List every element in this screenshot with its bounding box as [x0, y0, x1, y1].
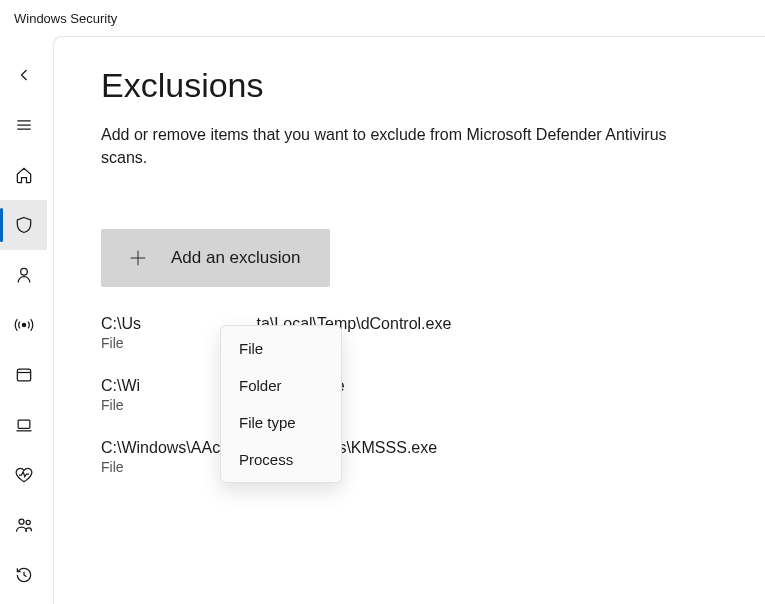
dropdown-item-file[interactable]: File [221, 330, 341, 367]
exclusion-item[interactable]: C:\Wi ols\AAct.exe File [101, 377, 725, 413]
window-icon [14, 365, 34, 385]
menu-icon [14, 115, 34, 135]
dropdown-item-folder[interactable]: Folder [221, 367, 341, 404]
exclusion-type: File [101, 335, 725, 351]
title-bar: Windows Security [0, 0, 765, 36]
exclusion-item[interactable]: C:\Windows\AAct_Tools\AAct_files\KMSSS.e… [101, 439, 725, 475]
sidebar-item-app-browser[interactable] [0, 350, 47, 400]
laptop-icon [14, 415, 34, 435]
exclusion-type-dropdown: File Folder File type Process [220, 325, 342, 483]
sidebar-item-family-options[interactable] [0, 500, 47, 550]
svg-rect-3 [18, 420, 30, 428]
exclusion-path: C:\Us ta\Local\Temp\dControl.exe [101, 315, 725, 333]
people-icon [14, 515, 34, 535]
page-title: Exclusions [101, 66, 725, 105]
history-icon [14, 565, 34, 585]
exclusion-item[interactable]: C:\Us ta\Local\Temp\dControl.exe File [101, 315, 725, 351]
exclusion-type: File [101, 459, 725, 475]
arrow-left-icon [14, 65, 34, 85]
sidebar [0, 36, 47, 604]
person-icon [14, 265, 34, 285]
sidebar-item-home[interactable] [0, 150, 47, 200]
page-description: Add or remove items that you want to exc… [101, 123, 701, 169]
home-icon [14, 165, 34, 185]
exclusion-path: C:\Windows\AAct_Tools\AAct_files\KMSSS.e… [101, 439, 725, 457]
sidebar-item-firewall[interactable] [0, 300, 47, 350]
dropdown-item-process[interactable]: Process [221, 441, 341, 478]
svg-point-0 [20, 268, 27, 275]
exclusion-path: C:\Wi ols\AAct.exe [101, 377, 725, 395]
plus-icon [127, 247, 149, 269]
window-title: Windows Security [14, 11, 117, 26]
exclusions-list: C:\Us ta\Local\Temp\dControl.exe File C:… [101, 315, 725, 475]
svg-rect-2 [17, 369, 30, 381]
exclusion-type: File [101, 397, 725, 413]
sidebar-item-account-protection[interactable] [0, 250, 47, 300]
svg-point-1 [22, 323, 25, 326]
sidebar-item-protection-history[interactable] [0, 550, 47, 600]
sidebar-item-menu[interactable] [0, 100, 47, 150]
add-exclusion-button[interactable]: Add an exclusion [101, 229, 330, 287]
sidebar-item-device-security[interactable] [0, 400, 47, 450]
sidebar-item-virus-protection[interactable] [0, 200, 47, 250]
sidebar-item-back[interactable] [0, 50, 47, 100]
shield-icon [14, 215, 34, 235]
signal-icon [14, 315, 34, 335]
heart-icon [14, 465, 34, 485]
sidebar-item-device-performance[interactable] [0, 450, 47, 500]
dropdown-item-file-type[interactable]: File type [221, 404, 341, 441]
add-exclusion-label: Add an exclusion [171, 248, 300, 268]
svg-point-5 [26, 520, 30, 524]
svg-point-4 [19, 519, 24, 524]
content-area: Exclusions Add or remove items that you … [53, 36, 765, 604]
